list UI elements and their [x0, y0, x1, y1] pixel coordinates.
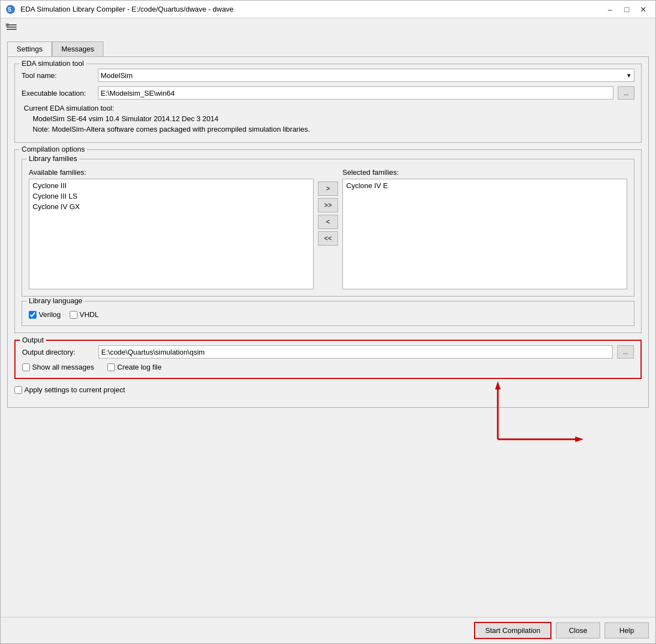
maximize-button[interactable]: □	[619, 3, 634, 16]
available-families-label: Available families:	[29, 168, 314, 176]
selected-families-list[interactable]: Cyclone IV E	[342, 179, 627, 289]
tab-settings-content: EDA simulation tool Tool name: ModelSim …	[7, 56, 649, 408]
svg-rect-3	[7, 27, 17, 28]
selected-families-section: Selected families: Cyclone IV E	[342, 168, 627, 289]
verilog-checkbox-item[interactable]: Verilog	[29, 310, 61, 319]
apply-settings-checkbox[interactable]	[14, 386, 22, 394]
exec-browse-button[interactable]: ...	[618, 86, 634, 100]
vhdl-checkbox-item[interactable]: VHDL	[70, 310, 99, 319]
families-container: Available families: Cyclone III Cyclone …	[29, 168, 627, 289]
tool-name-row: Tool name: ModelSim ▼	[22, 69, 634, 82]
eda-tool-title: EDA simulation tool	[19, 59, 86, 67]
vhdl-checkbox[interactable]	[70, 311, 77, 319]
tool-name-dropdown[interactable]: ModelSim ▼	[98, 69, 634, 82]
apply-settings-row: Apply settings to current project	[14, 386, 642, 394]
add-all-button[interactable]: >>	[318, 198, 338, 212]
title-bar: S EDA Simulation Library Compiler - E:/c…	[1, 1, 655, 18]
remove-button[interactable]: <	[318, 215, 338, 229]
content-area: Settings Messages EDA simulation tool To…	[1, 37, 655, 617]
tabs: Settings Messages	[7, 41, 649, 56]
available-families-list[interactable]: Cyclone III Cyclone III LS Cyclone IV GX	[29, 179, 314, 289]
list-item[interactable]: Cyclone III	[30, 180, 312, 191]
exec-location-row: Executable location: ...	[22, 86, 634, 100]
exec-location-input[interactable]	[98, 86, 613, 100]
compilation-options-group: Compilation options Library families Ava…	[14, 149, 642, 333]
close-button[interactable]: Close	[556, 622, 600, 638]
svg-rect-4	[7, 29, 17, 30]
create-log-label: Create log file	[117, 363, 162, 371]
current-tool-label: Current EDA simulation tool:	[24, 104, 634, 112]
library-families-title: Library families	[27, 154, 79, 163]
window-title: EDA Simulation Library Compiler - E:/cod…	[20, 5, 233, 13]
create-log-item[interactable]: Create log file	[107, 363, 162, 371]
verilog-checkbox[interactable]	[29, 311, 37, 319]
create-log-checkbox[interactable]	[107, 363, 115, 371]
toolbar-icon[interactable]	[5, 20, 18, 34]
app-icon: S	[5, 4, 16, 15]
bottom-bar: Start Compilation Close Help	[1, 617, 655, 643]
selected-families-label: Selected families:	[342, 168, 627, 176]
verilog-label: Verilog	[39, 310, 61, 319]
available-families-section: Available families: Cyclone III Cyclone …	[29, 168, 314, 289]
current-tool-info2: Note: ModelSim-Altera software comes pac…	[33, 125, 634, 133]
output-group: Output Output directory: ... Show all me…	[14, 340, 642, 379]
svg-text:S: S	[8, 7, 12, 13]
language-checkboxes: Verilog VHDL	[29, 310, 627, 319]
output-browse-button[interactable]: ...	[617, 345, 634, 359]
tab-messages[interactable]: Messages	[52, 41, 103, 56]
window-controls: – □ ✕	[602, 3, 651, 16]
list-item[interactable]: Cyclone IV E	[344, 180, 626, 191]
dropdown-arrow-icon: ▼	[626, 72, 632, 79]
library-families-group: Library families Available families: Cyc…	[22, 159, 634, 297]
eda-tool-group: EDA simulation tool Tool name: ModelSim …	[14, 64, 642, 143]
transfer-buttons: > >> < <<	[318, 168, 338, 246]
svg-marker-9	[575, 437, 584, 442]
output-dir-label: Output directory:	[22, 348, 94, 356]
list-item[interactable]: Cyclone III LS	[30, 191, 312, 201]
title-bar-left: S EDA Simulation Library Compiler - E:/c…	[5, 4, 233, 15]
output-dir-row: Output directory: ...	[22, 345, 634, 359]
close-window-button[interactable]: ✕	[636, 3, 651, 16]
apply-settings-label: Apply settings to current project	[24, 386, 125, 394]
show-messages-label: Show all messages	[32, 363, 94, 371]
tool-name-label: Tool name:	[22, 71, 93, 80]
library-language-group: Library language Verilog VHDL	[22, 301, 634, 326]
add-button[interactable]: >	[318, 181, 338, 196]
show-messages-checkbox[interactable]	[22, 363, 30, 371]
minimize-button[interactable]: –	[602, 3, 618, 16]
list-item[interactable]: Cyclone IV GX	[30, 201, 312, 212]
output-title: Output	[20, 336, 46, 344]
show-messages-item[interactable]: Show all messages	[22, 363, 94, 371]
compilation-options-title: Compilation options	[19, 145, 87, 153]
vhdl-label: VHDL	[80, 310, 99, 319]
output-dir-input[interactable]	[98, 345, 613, 359]
remove-all-button[interactable]: <<	[318, 231, 338, 246]
main-window: S EDA Simulation Library Compiler - E:/c…	[0, 0, 656, 644]
tab-settings[interactable]: Settings	[7, 41, 52, 56]
current-tool-info1: ModelSim SE-64 vsim 10.4 Simulator 2014.…	[33, 115, 634, 123]
help-button[interactable]: Help	[605, 622, 649, 638]
library-language-title: Library language	[27, 297, 85, 305]
output-options-row: Show all messages Create log file	[22, 363, 634, 371]
apply-settings-item[interactable]: Apply settings to current project	[14, 386, 125, 394]
tool-name-value: ModelSim	[101, 71, 133, 80]
exec-location-label: Executable location:	[22, 89, 93, 97]
toolbar	[1, 18, 655, 37]
start-compilation-button[interactable]: Start Compilation	[474, 622, 551, 639]
